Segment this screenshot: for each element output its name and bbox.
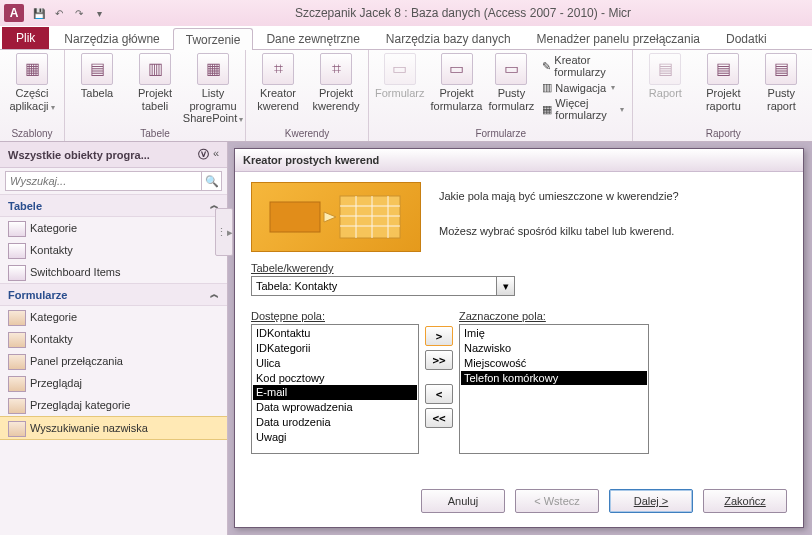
available-field-item[interactable]: IDKontaktu — [253, 326, 417, 341]
query-wizard-icon: ⌗ — [262, 53, 294, 85]
tab-narzedzia-glowne[interactable]: Narzędzia główne — [51, 27, 172, 49]
table-design-icon: ▥ — [139, 53, 171, 85]
collapse-icon[interactable]: « — [213, 147, 219, 162]
file-tab[interactable]: Plik — [2, 27, 49, 49]
more-forms-icon: ▦ — [542, 103, 552, 116]
nav-icon: ▥ — [542, 81, 552, 94]
workspace: Wszystkie obiekty progra... ⓥ« 🔍 Tabele︽… — [0, 142, 812, 535]
tables-combo-input[interactable] — [251, 276, 497, 296]
ribbon-tabs: Plik Narzędzia główne Tworzenie Dane zew… — [0, 26, 812, 50]
btn-kreator-formularzy[interactable]: ✎Kreator formularzy — [540, 53, 626, 79]
nav-item-panel-przelaczania[interactable]: Panel przełączania — [0, 350, 227, 372]
nav-item-switchboard[interactable]: Switchboard Items — [0, 261, 227, 283]
btn-projekt-raportu[interactable]: ▤Projekt raportu — [697, 53, 749, 127]
form-design-icon: ▭ — [441, 53, 473, 85]
tab-tworzenie[interactable]: Tworzenie — [173, 28, 254, 50]
btn-czesci-aplikacji[interactable]: ▦Części aplikacji — [6, 53, 58, 127]
nav-item-przegladaj[interactable]: Przeglądaj — [0, 372, 227, 394]
search-input[interactable] — [5, 171, 202, 191]
add-all-fields-button[interactable]: >> — [425, 350, 453, 370]
selected-field-item[interactable]: Nazwisko — [461, 341, 647, 356]
wizard-question-1: Jakie pola mają być umieszczone w kweren… — [439, 188, 787, 206]
group-label: Szablony — [6, 127, 58, 140]
available-field-item[interactable]: Data wprowadzenia — [253, 400, 417, 415]
group-label: Formularze — [375, 127, 626, 140]
nav-header[interactable]: Wszystkie obiekty progra... ⓥ« — [0, 142, 227, 168]
report-icon: ▤ — [649, 53, 681, 85]
redo-icon[interactable]: ↷ — [70, 4, 88, 22]
btn-pusty-formularz[interactable]: ▭Pusty formularz — [488, 53, 534, 127]
available-field-item[interactable]: Data urodzenia — [253, 415, 417, 430]
available-fields-listbox[interactable]: IDKontaktuIDKategoriiUlicaKod pocztowyE-… — [251, 324, 419, 454]
btn-nawigacja[interactable]: ▥Nawigacja — [540, 80, 626, 95]
remove-all-fields-button[interactable]: << — [425, 408, 453, 428]
wizard-prompt: Jakie pola mają być umieszczone w kweren… — [439, 182, 787, 252]
search-toggle-icon[interactable]: ⓥ — [198, 147, 209, 162]
available-field-item[interactable]: Uwagi — [253, 430, 417, 445]
btn-listy-sharepoint[interactable]: ▦Listy programu SharePoint — [187, 53, 239, 127]
available-field-item[interactable]: Ulica — [253, 356, 417, 371]
btn-pusty-raport[interactable]: ▤Pusty raport — [755, 53, 807, 127]
back-button[interactable]: < Wstecz — [515, 489, 599, 513]
search-icon[interactable]: 🔍 — [202, 171, 222, 191]
selected-field-item[interactable]: Miejscowość — [461, 356, 647, 371]
btn-projekt-tabeli[interactable]: ▥Projekt tabeli — [129, 53, 181, 127]
remove-field-button[interactable]: < — [425, 384, 453, 404]
finish-button[interactable]: Zakończ — [703, 489, 787, 513]
title-bar: A 💾 ↶ ↷ ▾ Szczepanik Jacek 8 : Baza dany… — [0, 0, 812, 26]
nav-item-przegladaj-kategorie[interactable]: Przeglądaj kategorie — [0, 394, 227, 416]
available-field-item[interactable]: IDKategorii — [253, 341, 417, 356]
nav-item-form-kontakty[interactable]: Kontakty — [0, 328, 227, 350]
next-button[interactable]: Dalej > — [609, 489, 693, 513]
category-formularze[interactable]: Formularze︽ — [0, 283, 227, 306]
tab-dodatki[interactable]: Dodatki — [713, 27, 780, 49]
cancel-button[interactable]: Anuluj — [421, 489, 505, 513]
dialog-body: Jakie pola mają być umieszczone w kweren… — [235, 172, 803, 479]
wizard-question-2: Możesz wybrać spośród kilku tabel lub kw… — [439, 223, 787, 241]
category-tabele[interactable]: Tabele︽ — [0, 194, 227, 217]
selected-fields-label: Zaznaczone pola: — [459, 310, 649, 322]
selected-fields-listbox[interactable]: ImięNazwiskoMiejscowośćTelefon komórkowy — [459, 324, 649, 454]
tables-combo[interactable]: ▾ — [251, 276, 787, 296]
group-label: Kwerendy — [252, 127, 362, 140]
group-label: Raporty — [639, 127, 807, 140]
nav-search: 🔍 — [0, 168, 227, 194]
window-title: Szczepanik Jacek 8 : Baza danych (Access… — [118, 6, 808, 20]
btn-kreator-kwerend[interactable]: ⌗Kreator kwerend — [252, 53, 304, 127]
selected-field-item[interactable]: Telefon komórkowy — [461, 371, 647, 386]
undo-icon[interactable]: ↶ — [50, 4, 68, 22]
tab-dane-zewnetrzne[interactable]: Dane zewnętrzne — [253, 27, 372, 49]
btn-projekt-formularza[interactable]: ▭Projekt formularza — [431, 53, 483, 127]
nav-item-kategorie[interactable]: Kategorie — [0, 217, 227, 239]
report-design-icon: ▤ — [707, 53, 739, 85]
btn-formularz[interactable]: ▭Formularz — [375, 53, 425, 127]
nav-item-kontakty[interactable]: Kontakty — [0, 239, 227, 261]
group-szablony: ▦Części aplikacji Szablony — [0, 50, 65, 141]
tab-narzedzia-bazy[interactable]: Narzędzia bazy danych — [373, 27, 524, 49]
form-extra-list: ✎Kreator formularzy ▥Nawigacja ▦Więcej f… — [540, 53, 626, 127]
group-kwerendy: ⌗Kreator kwerend ⌗Projekt kwerendy Kwere… — [246, 50, 369, 141]
shutter-handle[interactable]: ⋮▸ — [215, 208, 233, 256]
wizard-icon: ✎ — [542, 60, 551, 73]
svg-rect-1 — [340, 196, 400, 238]
selected-field-item[interactable]: Imię — [461, 326, 647, 341]
wizard-illustration — [251, 182, 421, 252]
nav-item-form-kategorie[interactable]: Kategorie — [0, 306, 227, 328]
available-field-item[interactable]: E-mail — [253, 385, 417, 400]
nav-item-wyszukiwanie-nazwiska[interactable]: Wyszukiwanie nazwiska — [0, 416, 227, 440]
mdi-canvas: Kreator prostych kwerend Jakie pola mają… — [228, 142, 812, 535]
qat-more-icon[interactable]: ▾ — [90, 4, 108, 22]
tab-menadzer-panelu[interactable]: Menadżer panelu przełączania — [524, 27, 713, 49]
available-field-item[interactable]: Kod pocztowy — [253, 371, 417, 386]
save-icon[interactable]: 💾 — [30, 4, 48, 22]
btn-tabela[interactable]: ▤Tabela — [71, 53, 123, 127]
btn-raport[interactable]: ▤Raport — [639, 53, 691, 127]
add-field-button[interactable]: > — [425, 326, 453, 346]
btn-projekt-kwerendy[interactable]: ⌗Projekt kwerendy — [310, 53, 362, 127]
app-icon: A — [4, 4, 24, 22]
btn-wiecej-formularzy[interactable]: ▦Więcej formularzy — [540, 96, 626, 122]
combo-dropdown-button[interactable]: ▾ — [497, 276, 515, 296]
quick-access-toolbar: 💾 ↶ ↷ ▾ — [30, 4, 108, 22]
group-formularze: ▭Formularz ▭Projekt formularza ▭Pusty fo… — [369, 50, 633, 141]
dialog-title: Kreator prostych kwerend — [235, 149, 803, 172]
